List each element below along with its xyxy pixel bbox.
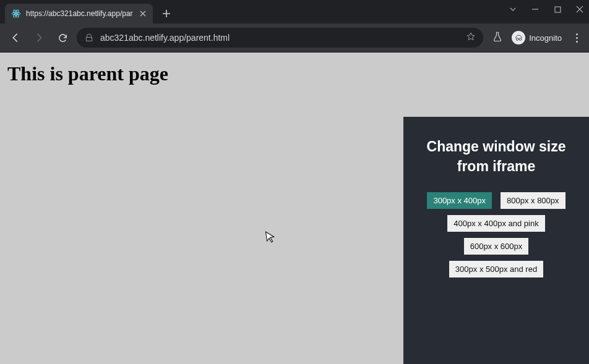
forward-button[interactable]	[30, 28, 48, 47]
svg-point-6	[519, 38, 522, 40]
menu-button[interactable]	[570, 33, 583, 43]
incognito-label: Incognito	[529, 33, 562, 43]
reload-button[interactable]	[53, 28, 72, 47]
size-300x400-button[interactable]: 300px x 400px	[427, 192, 492, 209]
toolbar: abc321abc.netlify.app/parent.html Incogn…	[0, 23, 589, 52]
new-tab-button[interactable]	[158, 5, 175, 22]
close-tab-icon[interactable]	[138, 9, 148, 19]
site-info-icon[interactable]	[84, 33, 94, 42]
browser-window: https://abc321abc.netlify.app/par	[0, 0, 589, 364]
size-400x400-pink-button[interactable]: 400px x 400px and pink	[447, 215, 544, 232]
iframe-panel: Change window size from iframe 300px x 4…	[403, 117, 589, 364]
tab-title: https://abc321abc.netlify.app/par	[26, 9, 133, 18]
button-group: 300px x 400px 800px x 800px 400px x 400p…	[413, 192, 579, 277]
address-bar[interactable]: abc321abc.netlify.app/parent.html	[77, 28, 483, 48]
toolbar-right: Incognito	[488, 31, 583, 44]
close-icon[interactable]	[575, 5, 584, 14]
iframe-heading: Change window size from iframe	[427, 137, 566, 176]
chevron-down-icon[interactable]	[509, 5, 517, 14]
minimize-icon[interactable]	[531, 5, 540, 14]
browser-tab[interactable]: https://abc321abc.netlify.app/par	[5, 4, 153, 23]
svg-point-5	[516, 38, 518, 40]
iframe-heading-line1: Change window size	[427, 138, 566, 154]
size-600x600-button[interactable]: 600px x 600px	[464, 238, 529, 255]
titlebar: https://abc321abc.netlify.app/par	[0, 0, 589, 23]
back-button[interactable]	[6, 28, 25, 47]
svg-rect-4	[555, 7, 561, 12]
maximize-icon[interactable]	[553, 5, 562, 14]
window-controls	[509, 5, 584, 14]
incognito-badge[interactable]: Incognito	[512, 31, 562, 44]
url-text: abc321abc.netlify.app/parent.html	[100, 33, 460, 43]
size-300x500-red-button[interactable]: 300px x 500px and red	[449, 261, 543, 277]
bookmark-icon[interactable]	[466, 32, 476, 44]
react-icon	[11, 9, 21, 19]
page-title: This is parent page	[0, 53, 589, 85]
incognito-icon	[512, 31, 525, 44]
page-viewport: This is parent page Change window size f…	[0, 52, 589, 364]
labs-icon[interactable]	[492, 31, 503, 44]
size-800x800-button[interactable]: 800px x 800px	[501, 192, 565, 209]
cursor-icon	[265, 230, 277, 247]
svg-point-0	[15, 13, 17, 15]
iframe-heading-line2: from iframe	[457, 158, 536, 174]
